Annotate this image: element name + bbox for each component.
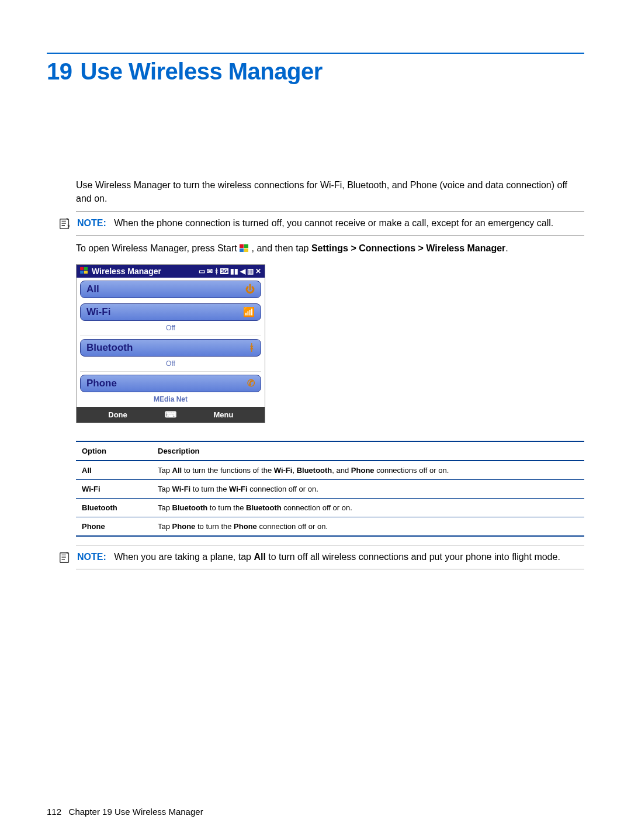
svg-rect-7 [80,271,84,274]
table-row: BluetoothTap Bluetooth to turn the Bluet… [76,498,584,517]
speaker-icon: ◀ [240,267,245,275]
3g-icon: 3G [220,268,228,274]
table-row: AllTap All to turn the functions of the … [76,461,584,480]
note-text: When the phone connection is turned off,… [114,218,553,228]
bluetooth-button[interactable]: Bluetooth ᚼ [80,339,261,357]
signal-icon: ▮▮ [230,267,238,275]
screenshot-titlebar: Wireless Manager ▭ ✉ ᚼ 3G ▮▮ ◀ ▥ ✕ [77,265,265,278]
phone-handset-icon: ✆ [247,378,255,389]
screenshot-bottombar: Done ⌨ Menu [77,407,265,423]
note2-post: to turn off all wireless connections and… [266,552,560,562]
note-label: NOTE: [77,218,106,228]
phone-status: MEdia Net [80,393,261,407]
note-block-2: NOTE: When you are taking a plane, tap A… [76,545,584,569]
open-steps-mid: , and then tap [252,243,311,253]
svg-rect-2 [244,244,248,248]
phone-button[interactable]: Phone ✆ [80,375,261,392]
bluetooth-status: Off [80,358,261,372]
note2-pre: When you are taking a plane, tap [114,552,254,562]
bluetooth-off-icon: ᚼ [249,343,255,353]
option-cell: Wi-Fi [76,479,152,498]
menu-button[interactable]: Menu [182,407,265,423]
wifi-button[interactable]: Wi-Fi 📶 [80,303,261,321]
svg-rect-5 [80,267,84,270]
status-icons: ▭ ✉ ᚼ 3G ▮▮ ◀ ▥ ✕ [199,267,261,275]
description-cell: Tap Bluetooth to turn the Bluetooth conn… [152,498,584,517]
description-cell: Tap Wi-Fi to turn the Wi-Fi connection o… [152,479,584,498]
option-cell: Bluetooth [76,498,152,517]
table-row: PhoneTap Phone to turn the Phone connect… [76,517,584,536]
power-icon: ⏻ [245,284,255,295]
phone-label: Phone [86,378,117,389]
options-table: Option Description AllTap All to turn th… [76,441,584,537]
option-cell: Phone [76,517,152,536]
voicemail-icon: ▭ [199,267,205,275]
all-button[interactable]: All ⏻ [80,281,261,298]
close-icon: ✕ [255,267,261,275]
svg-rect-6 [84,267,88,270]
description-cell: Tap All to turn the functions of the Wi-… [152,461,584,480]
chapter-top-rule [47,53,584,54]
note-block-1: NOTE: When the phone connection is turne… [76,211,584,236]
note-label: NOTE: [77,552,106,562]
open-steps-after: . [505,243,508,253]
svg-rect-9 [60,552,69,562]
mail-icon: ✉ [207,267,213,275]
header-option: Option [76,441,152,461]
table-row: Wi-FiTap Wi-Fi to turn the Wi-Fi connect… [76,479,584,498]
table-header-row: Option Description [76,441,584,461]
svg-rect-3 [240,248,244,252]
screenshot-title: Wireless Manager [92,267,161,276]
note-icon [58,551,71,564]
svg-rect-4 [244,248,248,252]
svg-rect-1 [240,244,244,248]
chapter-heading: 19Use Wireless Manager [47,58,584,85]
bluetooth-icon: ᚼ [214,267,219,275]
svg-rect-0 [60,219,69,229]
open-steps-pre: To open Wireless Manager, press Start [76,243,240,253]
windows-flag-icon [80,267,88,276]
note2-bold: All [254,552,265,562]
description-cell: Tap Phone to turn the Phone connection o… [152,517,584,536]
all-label: All [86,284,99,295]
wifi-antenna-icon: 📶 [243,306,255,317]
keyboard-icon[interactable]: ⌨ [159,410,182,419]
header-description: Description [152,441,584,461]
done-button[interactable]: Done [77,407,159,423]
windows-flag-icon [240,244,251,254]
battery-icon: ▥ [247,267,254,275]
chapter-title-text: Use Wireless Manager [81,58,323,84]
intro-paragraph: Use Wireless Manager to turn the wireles… [76,178,584,205]
wifi-label: Wi-Fi [86,306,110,318]
svg-rect-8 [84,271,88,274]
device-screenshot: Wireless Manager ▭ ✉ ᚼ 3G ▮▮ ◀ ▥ ✕ All ⏻… [76,264,265,423]
note-icon [58,217,71,230]
chapter-number: 19 [47,58,72,84]
open-steps: To open Wireless Manager, press Start , … [76,241,584,255]
wifi-status: Off [80,322,261,336]
screenshot-body: All ⏻ Wi-Fi 📶 Off Bluetooth ᚼ Off Phone … [77,281,265,407]
bluetooth-label: Bluetooth [86,342,133,354]
open-steps-bold: Settings > Connections > Wireless Manage… [311,243,505,253]
option-cell: All [76,461,152,480]
